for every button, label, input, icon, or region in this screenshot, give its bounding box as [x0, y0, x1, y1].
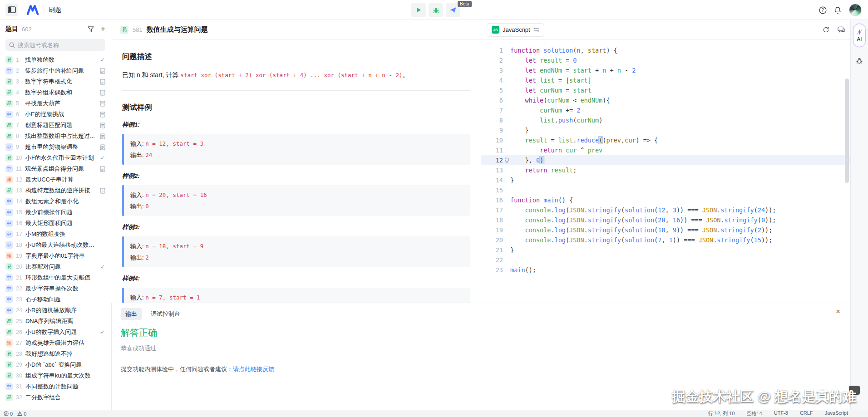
problem-list-item[interactable]: 易8找出整型数组中占比超过... — [0, 131, 111, 142]
code-line[interactable]: 6 while(curNum < endNUm){ — [481, 95, 850, 105]
problem-list-item[interactable]: 中15最少前缀操作问题 — [0, 207, 111, 218]
indent-setting[interactable]: 空格: 4 — [747, 410, 762, 417]
difficulty-badge: 中 — [5, 274, 13, 281]
difficulty-badge: 易 — [5, 187, 13, 194]
ai-assistant-button[interactable]: AI — [853, 24, 866, 47]
language-mode[interactable]: JavaScript — [825, 410, 848, 417]
code-line[interactable]: 13 return result; — [481, 165, 850, 175]
tab-output[interactable]: 输出 — [121, 308, 142, 320]
code-line[interactable]: 14} — [481, 175, 850, 185]
code-line[interactable]: 21} — [481, 245, 850, 255]
eol-setting[interactable]: CRLF — [800, 410, 813, 417]
problem-item-title: 最少字符串操作次数 — [25, 285, 96, 293]
tab-debug-console[interactable]: 调试控制台 — [146, 308, 185, 320]
problem-list-item[interactable]: 中17小M的数组变换 — [0, 229, 111, 240]
add-icon[interactable]: + — [100, 25, 105, 33]
encoding-setting[interactable]: UTF-8 — [774, 410, 788, 417]
problem-list-item[interactable]: 易7创意标题匹配问题 — [0, 120, 111, 131]
problem-list-item[interactable]: 易4数字分组求偶数和 — [0, 87, 111, 98]
problem-item-title: DNA序列编辑距离 — [25, 317, 96, 325]
problem-list-item[interactable]: 中22最少字符串操作次数 — [0, 283, 111, 294]
problem-list-item[interactable]: 中9超市里的货物架调整 — [0, 142, 111, 152]
code-line[interactable]: 1function solution(n, start) { — [481, 45, 850, 55]
difficulty-badge: 中 — [5, 231, 13, 238]
problem-list-item[interactable]: 中24小R的随机播放顺序 — [0, 305, 111, 316]
code-line[interactable]: 23main(); — [481, 265, 850, 275]
submit-button[interactable]: Beta — [446, 3, 460, 17]
lightbulb-icon[interactable] — [504, 157, 509, 163]
code-line[interactable]: 16function main() { — [481, 195, 850, 205]
problem-list-item[interactable]: 中31不同整数的计数问题 — [0, 381, 111, 392]
problem-list-item[interactable]: 易29小D的 `abc` 变换问题 — [0, 359, 111, 370]
problem-list-item[interactable]: 易28我好想逃却逃不掉 — [0, 348, 111, 359]
problem-list-item[interactable]: 难27游戏英雄升级潜力评估 — [0, 338, 111, 348]
problem-list-item[interactable]: 易10小F的永久代币卡回本计划✓ — [0, 152, 111, 163]
code-line[interactable]: 8 list.push(curNum) — [481, 115, 850, 125]
problem-list-item[interactable]: 中21环形数组中的最大贡献值 — [0, 272, 111, 283]
code-line[interactable]: 10 result = list.reduce((prev,cur) => { — [481, 135, 850, 145]
problem-list-item[interactable]: 难12最大UCC子串计算 — [0, 174, 111, 185]
sidebar-toggle-button[interactable] — [5, 4, 18, 16]
code-line[interactable]: 20 console.log(JSON.stringify(solution(7… — [481, 235, 850, 245]
problem-list-item[interactable]: 易3数字字符串格式化 — [0, 76, 111, 87]
line-number: 9 — [481, 125, 503, 135]
cursor-position[interactable]: 行 12, 列 10 — [708, 410, 735, 417]
code-line[interactable]: 18 console.log(JSON.stringify(solution(2… — [481, 215, 850, 225]
problem-list-item[interactable]: 易5寻找最大葫芦 — [0, 98, 111, 109]
search-box[interactable] — [5, 39, 105, 51]
feedback-icon[interactable] — [838, 26, 845, 33]
code-line[interactable]: 17 console.log(JSON.stringify(solution(1… — [481, 205, 850, 215]
problem-list-item[interactable]: 易13构造特定数组的逆序拼接 — [0, 185, 111, 196]
problem-list-item[interactable]: 易25DNA序列编辑距离 — [0, 316, 111, 327]
notifications-icon[interactable] — [834, 6, 842, 14]
gutter-slot — [503, 85, 510, 95]
marscode-logo[interactable] — [26, 5, 39, 15]
problem-list-item[interactable]: 易20比赛配对问题✓ — [0, 261, 111, 272]
code-line[interactable]: 3 let endNUm = start + n + n - 2 — [481, 65, 850, 75]
user-avatar[interactable] — [849, 4, 862, 16]
problem-list-item[interactable]: 中2徒步旅行中的补给问题 — [0, 65, 111, 76]
help-icon[interactable]: ? — [819, 6, 827, 14]
problem-list-item[interactable]: 中23石子移动问题 — [0, 294, 111, 305]
problem-list-item[interactable]: 中11观光景点组合得分问题 — [0, 163, 111, 174]
line-number: 17 — [481, 205, 503, 215]
problem-list-item[interactable]: 中14数组元素之和最小化 — [0, 196, 111, 207]
report-bug-icon[interactable] — [856, 57, 863, 64]
code-line[interactable]: 15 — [481, 185, 850, 195]
code-line[interactable]: 9 } — [481, 125, 850, 135]
switch-language-icon[interactable] — [533, 27, 539, 32]
code-line[interactable]: 12 }, 0) — [481, 155, 850, 165]
reset-code-icon[interactable] — [823, 26, 829, 33]
code-line[interactable]: 4 let list = [start] — [481, 75, 850, 85]
sample-output: 输出: 24 — [130, 149, 464, 161]
problem-list-item[interactable]: 中16最大矩形面积问题 — [0, 218, 111, 229]
errors-indicator[interactable]: 0 — [4, 411, 13, 417]
line-number: 15 — [481, 185, 503, 195]
problem-list-item[interactable]: 易26小U的数字插入问题✓ — [0, 327, 111, 338]
code-line[interactable]: 2 let result = 0 — [481, 55, 850, 65]
problem-list-item[interactable]: 难19字典序最小的01字符串 — [0, 250, 111, 261]
code-line[interactable]: 5 let curNum = start — [481, 85, 850, 95]
code-line[interactable]: 22 — [481, 255, 850, 265]
problem-list-item[interactable]: 中6小E的怪物挑战 — [0, 109, 111, 120]
close-output-icon[interactable]: × — [836, 308, 840, 315]
code-line[interactable]: 19 console.log(JSON.stringify(solution(1… — [481, 225, 850, 235]
problem-list-item[interactable]: 易32二分数字组合 — [0, 392, 111, 403]
line-number: 4 — [481, 75, 503, 85]
problem-list-item[interactable]: 中18小U的最大连续移动次数问题 — [0, 240, 111, 250]
problem-list-item[interactable]: 易30组成字符串ku的最大次数 — [0, 370, 111, 381]
editor-scrollbar[interactable] — [845, 78, 849, 183]
search-input[interactable] — [18, 42, 99, 49]
debug-button[interactable] — [429, 3, 443, 17]
feedback-link[interactable]: 请点此链接反馈 — [233, 366, 274, 373]
code-line[interactable]: 7 curNum += 2 — [481, 105, 850, 115]
warnings-indicator[interactable]: 0 — [17, 411, 26, 417]
code-line[interactable]: 11 return cur ^ prev — [481, 145, 850, 155]
run-button[interactable] — [411, 3, 426, 17]
language-tab[interactable]: JS JavaScript — [487, 23, 544, 37]
problem-number: 9 — [16, 144, 22, 150]
problem-number: 2 — [16, 68, 22, 74]
problem-list-item[interactable]: 易1找单独的数✓ — [0, 54, 111, 65]
filter-icon[interactable] — [88, 26, 94, 32]
code-area[interactable]: 1function solution(n, start) {2 let resu… — [481, 40, 850, 302]
